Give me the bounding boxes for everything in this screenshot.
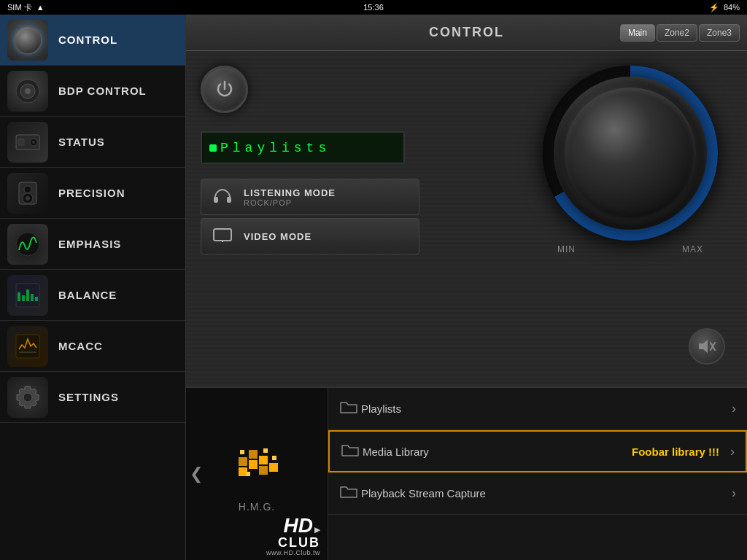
svg-marker-26 [699,340,708,353]
zone2-button[interactable]: Zone2 [657,24,697,42]
gear-svg [15,384,41,411]
control-icon [7,20,48,61]
chevron-media-library: › [730,444,735,459]
svg-point-2 [25,88,31,94]
media-icon-container: H.M.G. [224,435,290,513]
svg-rect-33 [259,466,268,475]
svg-rect-30 [249,450,258,459]
knob-labels: MIN MAX [543,241,718,254]
power-icon [214,79,236,101]
sidebar-label-emphasis: EMPHASIS [58,238,121,250]
folder-svg-media-library [341,442,360,458]
svg-rect-14 [22,295,25,301]
mcacc-svg [13,332,42,361]
display-text: Playlists [220,141,330,155]
chevron-playlists: › [732,401,736,416]
listening-mode-title: LISTENING MODE [244,187,336,198]
sidebar-label-precision: PRECISION [58,187,125,199]
watermark-url: www.HD.Club.tw [266,549,320,556]
svg-rect-22 [227,197,231,203]
control-section: Playlists LISTENING MODE ROCK/PO [186,51,747,386]
svg-rect-23 [214,229,231,241]
zone-buttons: Main Zone2 Zone3 [620,24,740,42]
header-title: CONTROL [429,25,504,40]
speaker-svg [13,179,42,208]
display-screen: Playlists [201,131,405,164]
balance-icon [7,275,48,316]
svg-rect-15 [26,289,29,301]
svg-rect-31 [249,460,258,469]
precision-icon [7,173,48,214]
sidebar-label-settings: SETTINGS [58,391,119,403]
sidebar-item-bdp-control[interactable]: BDP CONTROL [0,66,185,117]
svg-rect-29 [239,457,247,466]
sidebar-item-settings[interactable]: SETTINGS [0,372,185,423]
list-item-media-library[interactable]: Media Library Foobar library !!! › [328,430,747,472]
knob-max-label: MAX [682,244,703,254]
mcacc-icon [7,326,48,367]
svg-point-11 [16,233,39,256]
bdp-control-icon [7,71,48,112]
video-mode-title: VIDEO MODE [244,231,311,242]
mode-buttons: LISTENING MODE ROCK/POP VIDEO MODE [201,179,419,254]
svg-rect-34 [269,463,278,472]
video-mode-button[interactable]: VIDEO MODE [201,218,419,254]
svg-rect-39 [246,472,250,476]
sidebar-label-control: CONTROL [58,34,117,46]
display-indicator [209,144,217,152]
amp-svg [13,128,42,157]
list-item-playback-stream[interactable]: Playback Stream Capture › [328,472,747,515]
wifi-icon: ▲ [36,3,44,12]
svg-rect-32 [259,456,268,464]
sidebar-label-status: STATUS [58,136,105,148]
sidebar-label-balance: BALANCE [58,289,117,301]
sidebar-label-mcacc: MCACC [58,340,103,352]
media-panel: ❮ H.M.G. [186,388,328,560]
list-label-media-library: Media Library [363,446,632,458]
sidebar-item-precision[interactable]: PRECISION [0,168,185,219]
list-panel: Playlists › Media Library Foobar library… [328,388,747,560]
main-header: CONTROL Main Zone2 Zone3 [186,15,747,51]
status-right: ⚡ 84% [709,3,740,12]
sidebar: CONTROL BDP CONTROL STATUS [0,15,186,560]
knob-ring [543,66,718,241]
mute-button[interactable] [689,328,725,365]
status-time: 15:36 [363,3,384,12]
status-icon [7,122,48,163]
list-item-playlists[interactable]: Playlists › [328,388,747,430]
folder-icon-media-library [341,442,363,462]
sidebar-item-mcacc[interactable]: MCACC [0,321,185,372]
watermark-club: CLUB [278,536,320,549]
video-mode-content: VIDEO MODE [244,231,311,242]
svg-rect-36 [240,450,244,454]
volume-knob[interactable] [543,66,718,241]
svg-rect-13 [18,292,20,301]
sidebar-item-balance[interactable]: BALANCE [0,270,185,321]
volume-knob-container: MIN MAX [535,66,725,255]
status-left: SIM 卡 ▲ [7,2,44,13]
chevron-playback: › [732,486,736,501]
svg-rect-17 [35,297,38,301]
zone-main-button[interactable]: Main [620,24,655,42]
svg-rect-38 [272,456,276,460]
headphones-svg [212,187,233,203]
carousel-prev-button[interactable]: ❮ [190,464,203,483]
listening-icon [212,187,233,207]
list-label-playback: Playback Stream Capture [361,487,732,499]
zone3-button[interactable]: Zone3 [699,24,740,42]
svg-rect-4 [18,139,24,145]
sidebar-item-control[interactable]: CONTROL [0,15,185,66]
main-area: CONTROL Main Zone2 Zone3 Playlists [186,15,747,560]
mute-icon [697,338,716,354]
svg-rect-21 [214,197,218,203]
sidebar-item-status[interactable]: STATUS [0,117,185,168]
media-label: H.M.G. [239,501,275,513]
balance-svg [13,281,42,310]
listening-mode-button[interactable]: LISTENING MODE ROCK/POP [201,179,419,215]
knob-min-label: MIN [557,244,576,254]
folder-icon-playback [339,483,361,503]
bluetooth-icon: ⚡ [709,3,719,12]
sidebar-item-emphasis[interactable]: EMPHASIS [0,219,185,270]
power-button[interactable] [201,66,248,113]
status-bar: SIM 卡 ▲ 15:36 ⚡ 84% [0,0,747,15]
